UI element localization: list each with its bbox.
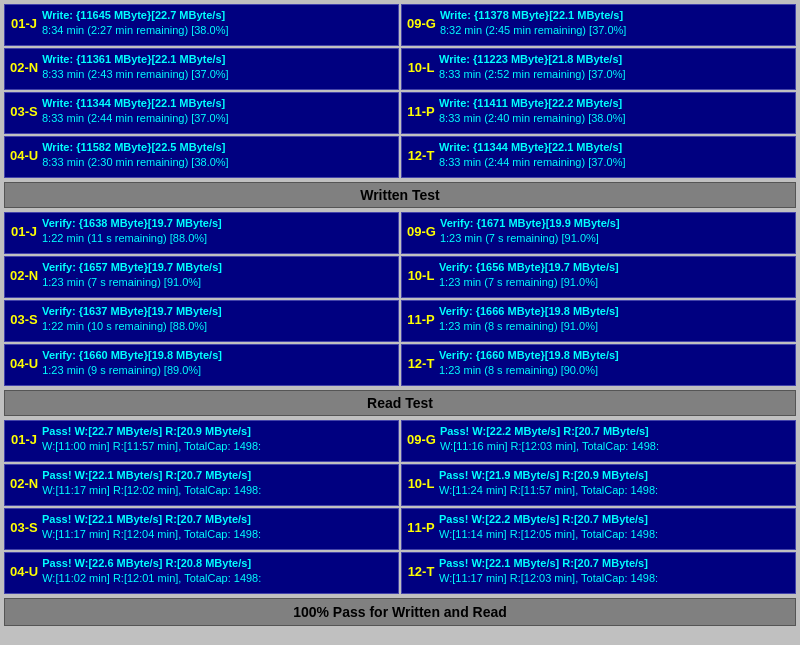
cell-content: Pass! W:[22.2 MByte/s] R:[20.7 MByte/s] … xyxy=(440,424,790,455)
main-container: 01-J Write: {11645 MByte}[22.7 MByte/s] … xyxy=(0,0,800,630)
grid-cell-left-3: 04-U Write: {11582 MByte}[22.5 MByte/s] … xyxy=(4,136,399,178)
grid-cell-right-0: 09-G Write: {11378 MByte}[22.1 MByte/s] … xyxy=(401,4,796,46)
read-test-header: Read Test xyxy=(4,390,796,416)
cell-content: Verify: {1637 MByte}[19.7 MByte/s] 1:22 … xyxy=(42,304,393,335)
grid-cell-right-0: 09-G Verify: {1671 MByte}[19.9 MByte/s] … xyxy=(401,212,796,254)
cell-label: 11-P xyxy=(407,96,439,127)
cell-content: Verify: {1656 MByte}[19.7 MByte/s] 1:23 … xyxy=(439,260,790,291)
cell-label: 09-G xyxy=(407,424,440,455)
cell-label: 01-J xyxy=(10,216,42,247)
grid-cell-right-3: 12-T Write: {11344 MByte}[22.1 MByte/s] … xyxy=(401,136,796,178)
cell-content: Pass! W:[22.7 MByte/s] R:[20.9 MByte/s] … xyxy=(42,424,393,455)
grid-cell-left-0: 01-J Pass! W:[22.7 MByte/s] R:[20.9 MByt… xyxy=(4,420,399,462)
grid-cell-left-2: 03-S Pass! W:[22.1 MByte/s] R:[20.7 MByt… xyxy=(4,508,399,550)
cell-content: Verify: {1671 MByte}[19.9 MByte/s] 1:23 … xyxy=(440,216,790,247)
cell-content: Write: {11582 MByte}[22.5 MByte/s] 8:33 … xyxy=(42,140,393,171)
grid-cell-left-3: 04-U Pass! W:[22.6 MByte/s] R:[20.8 MByt… xyxy=(4,552,399,594)
cell-label: 03-S xyxy=(10,512,42,543)
grid-cell-right-1: 10-L Verify: {1656 MByte}[19.7 MByte/s] … xyxy=(401,256,796,298)
grid-cell-left-2: 03-S Write: {11344 MByte}[22.1 MByte/s] … xyxy=(4,92,399,134)
cell-content: Write: {11411 MByte}[22.2 MByte/s] 8:33 … xyxy=(439,96,790,127)
cell-content: Verify: {1638 MByte}[19.7 MByte/s] 1:22 … xyxy=(42,216,393,247)
grid-cell-right-2: 11-P Pass! W:[22.2 MByte/s] R:[20.7 MByt… xyxy=(401,508,796,550)
cell-label: 10-L xyxy=(407,468,439,499)
grid-cell-left-1: 02-N Pass! W:[22.1 MByte/s] R:[20.7 MByt… xyxy=(4,464,399,506)
grid-cell-right-2: 11-P Verify: {1666 MByte}[19.8 MByte/s] … xyxy=(401,300,796,342)
cell-label: 01-J xyxy=(10,424,42,455)
written-test-header: Written Test xyxy=(4,182,796,208)
grid-cell-left-0: 01-J Write: {11645 MByte}[22.7 MByte/s] … xyxy=(4,4,399,46)
cell-content: Pass! W:[22.1 MByte/s] R:[20.7 MByte/s] … xyxy=(439,556,790,587)
cell-label: 01-J xyxy=(10,8,42,39)
cell-content: Write: {11344 MByte}[22.1 MByte/s] 8:33 … xyxy=(42,96,393,127)
grid-cell-left-2: 03-S Verify: {1637 MByte}[19.7 MByte/s] … xyxy=(4,300,399,342)
cell-label: 12-T xyxy=(407,556,439,587)
cell-label: 11-P xyxy=(407,512,439,543)
cell-label: 09-G xyxy=(407,8,440,39)
grid-cell-right-1: 10-L Write: {11223 MByte}[21.8 MByte/s] … xyxy=(401,48,796,90)
read-section: 01-J Pass! W:[22.7 MByte/s] R:[20.9 MByt… xyxy=(4,420,796,594)
cell-label: 10-L xyxy=(407,260,439,291)
cell-content: Write: {11223 MByte}[21.8 MByte/s] 8:33 … xyxy=(439,52,790,83)
write-section: 01-J Write: {11645 MByte}[22.7 MByte/s] … xyxy=(4,4,796,178)
cell-content: Pass! W:[21.9 MByte/s] R:[20.9 MByte/s] … xyxy=(439,468,790,499)
cell-label: 02-N xyxy=(10,260,42,291)
cell-label: 03-S xyxy=(10,304,42,335)
read-grid: 01-J Pass! W:[22.7 MByte/s] R:[20.9 MByt… xyxy=(4,420,796,594)
cell-content: Write: {11645 MByte}[22.7 MByte/s] 8:34 … xyxy=(42,8,393,39)
cell-content: Verify: {1657 MByte}[19.7 MByte/s] 1:23 … xyxy=(42,260,393,291)
footer-status: 100% Pass for Written and Read xyxy=(4,598,796,626)
cell-label: 04-U xyxy=(10,556,42,587)
grid-cell-right-1: 10-L Pass! W:[21.9 MByte/s] R:[20.9 MByt… xyxy=(401,464,796,506)
cell-content: Pass! W:[22.1 MByte/s] R:[20.7 MByte/s] … xyxy=(42,512,393,543)
cell-content: Verify: {1666 MByte}[19.8 MByte/s] 1:23 … xyxy=(439,304,790,335)
cell-content: Write: {11361 MByte}[22.1 MByte/s] 8:33 … xyxy=(42,52,393,83)
write-grid: 01-J Write: {11645 MByte}[22.7 MByte/s] … xyxy=(4,4,796,178)
grid-cell-right-3: 12-T Verify: {1660 MByte}[19.8 MByte/s] … xyxy=(401,344,796,386)
cell-label: 10-L xyxy=(407,52,439,83)
grid-cell-right-3: 12-T Pass! W:[22.1 MByte/s] R:[20.7 MByt… xyxy=(401,552,796,594)
cell-content: Pass! W:[22.6 MByte/s] R:[20.8 MByte/s] … xyxy=(42,556,393,587)
grid-cell-left-0: 01-J Verify: {1638 MByte}[19.7 MByte/s] … xyxy=(4,212,399,254)
grid-cell-right-2: 11-P Write: {11411 MByte}[22.2 MByte/s] … xyxy=(401,92,796,134)
cell-content: Pass! W:[22.2 MByte/s] R:[20.7 MByte/s] … xyxy=(439,512,790,543)
cell-content: Pass! W:[22.1 MByte/s] R:[20.7 MByte/s] … xyxy=(42,468,393,499)
cell-label: 12-T xyxy=(407,140,439,171)
grid-cell-left-3: 04-U Verify: {1660 MByte}[19.8 MByte/s] … xyxy=(4,344,399,386)
grid-cell-right-0: 09-G Pass! W:[22.2 MByte/s] R:[20.7 MByt… xyxy=(401,420,796,462)
cell-label: 02-N xyxy=(10,468,42,499)
cell-label: 03-S xyxy=(10,96,42,127)
cell-label: 02-N xyxy=(10,52,42,83)
grid-cell-left-1: 02-N Verify: {1657 MByte}[19.7 MByte/s] … xyxy=(4,256,399,298)
cell-label: 09-G xyxy=(407,216,440,247)
cell-label: 11-P xyxy=(407,304,439,335)
cell-content: Write: {11378 MByte}[22.1 MByte/s] 8:32 … xyxy=(440,8,790,39)
cell-label: 04-U xyxy=(10,348,42,379)
verify-grid: 01-J Verify: {1638 MByte}[19.7 MByte/s] … xyxy=(4,212,796,386)
cell-content: Verify: {1660 MByte}[19.8 MByte/s] 1:23 … xyxy=(42,348,393,379)
cell-content: Verify: {1660 MByte}[19.8 MByte/s] 1:23 … xyxy=(439,348,790,379)
cell-label: 04-U xyxy=(10,140,42,171)
cell-content: Write: {11344 MByte}[22.1 MByte/s] 8:33 … xyxy=(439,140,790,171)
grid-cell-left-1: 02-N Write: {11361 MByte}[22.1 MByte/s] … xyxy=(4,48,399,90)
cell-label: 12-T xyxy=(407,348,439,379)
verify-section: 01-J Verify: {1638 MByte}[19.7 MByte/s] … xyxy=(4,212,796,386)
